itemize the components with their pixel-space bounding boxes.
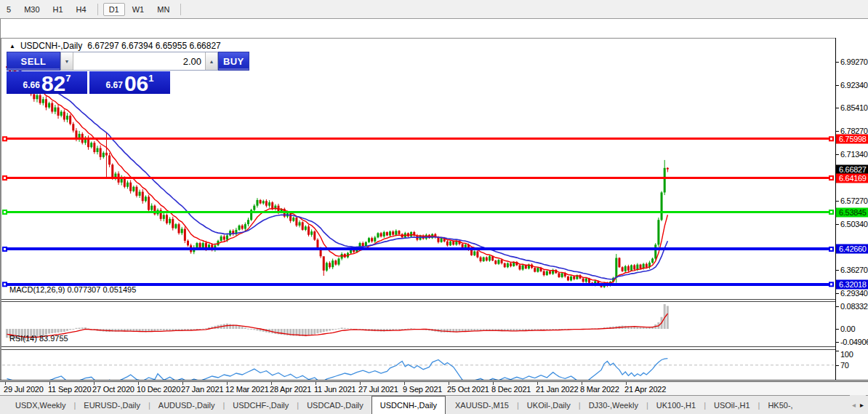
sell-price-sup: 7	[65, 73, 71, 84]
ma-slow-line	[7, 68, 668, 279]
axis-tick	[836, 85, 839, 86]
chart-title: ▲ USDCNH-,Daily 6.67297 6.67394 6.65955 …	[9, 41, 221, 51]
price-badge: 6.64169	[836, 173, 868, 183]
rsi-label: RSI(14) 83.9755	[9, 334, 68, 343]
tab-usoil-h1[interactable]: USOil-,H1	[706, 396, 758, 414]
sell-button[interactable]: SELL	[7, 52, 60, 71]
price-badge: 6.32018	[836, 279, 868, 289]
axis-tick	[836, 62, 839, 63]
tab-usdcad-daily[interactable]: USDCAD-,Daily	[299, 396, 371, 414]
tab-usdchf-daily[interactable]: USDCHF-,Daily	[225, 396, 297, 414]
chart-symbol-period: USDCNH-,Daily	[20, 41, 82, 51]
chart-ohlc-values: 6.67297 6.67394 6.65955 6.66827	[87, 41, 221, 51]
axis-tick	[836, 201, 839, 202]
timeframe-button-w1[interactable]: W1	[126, 3, 150, 16]
date-label: 11 Jun 2021	[314, 385, 356, 394]
date-label: 29 Jul 2020	[4, 385, 44, 394]
axis-label: -0.049068	[840, 338, 868, 346]
price-badge: 6.53845	[836, 207, 868, 217]
date-axis[interactable]: 29 Jul 202011 Sep 202027 Oct 202010 Dec …	[0, 380, 868, 396]
macd-label: MACD(12,26,9) 0.077307 0.051495	[9, 285, 136, 294]
volume-spinner: ▼ ▲	[60, 52, 218, 71]
axis-label: 100	[840, 350, 853, 359]
tab-hk50-[interactable]: HK50-,	[760, 396, 800, 414]
macd-histogram	[6, 304, 669, 340]
buy-price-big: 06	[124, 74, 148, 93]
timeframe-button-mn[interactable]: MN	[151, 3, 175, 16]
axis-tick	[836, 351, 839, 351]
date-label: 27 Oct 2020	[92, 385, 134, 394]
axis-label: 0.083325	[840, 302, 868, 311]
trade-panel: SELL ▼ ▲ BUY 6.66827 6.67061	[7, 52, 170, 94]
buy-price-display[interactable]: 6.67061	[89, 71, 170, 94]
axis-tick	[836, 108, 839, 108]
tab-usdx-weekly[interactable]: USDX,Weekly	[7, 396, 73, 414]
price-badge: 6.66827	[836, 164, 868, 174]
macd-signal-line	[7, 314, 668, 337]
axis-tick	[836, 270, 839, 271]
axis-label: 6.85410	[840, 103, 868, 112]
axis-label: 6.36270	[840, 266, 868, 274]
volume-input[interactable]	[73, 52, 205, 70]
collapse-arrow-icon[interactable]: ▲	[9, 43, 15, 49]
tab-scroll-arrows: ◂▸	[850, 395, 866, 414]
tab-usdcnh-daily[interactable]: USDCNH-,Daily	[371, 396, 446, 414]
tab-xauusd-m15[interactable]: XAUUSD-,M15	[447, 396, 517, 414]
chart-window: ▲ USDCNH-,Daily 6.67297 6.67394 6.65955 …	[0, 19, 868, 395]
tab-ukoil-daily[interactable]: UKOil-,Daily	[519, 396, 579, 414]
toolbar-separator	[180, 4, 181, 15]
tab-eurusd-daily[interactable]: EURUSD-,Daily	[76, 396, 148, 414]
tab-scroll-right-icon[interactable]: ▸	[860, 401, 864, 409]
volume-increase-button[interactable]: ▲	[205, 52, 217, 70]
timeframe-button-d1[interactable]: D1	[103, 3, 125, 16]
volume-decrease-button[interactable]: ▼	[61, 52, 73, 70]
price-badge: 6.75998	[836, 134, 868, 143]
axis-label: 6.29340	[840, 289, 868, 298]
date-label: 9 Sep 2021	[403, 385, 442, 394]
buy-price-sup: 1	[148, 73, 153, 84]
date-label: 12 Mar 2021	[225, 385, 269, 394]
axis-label: 6.99270	[840, 57, 868, 66]
axis-tick	[836, 224, 839, 225]
tab-scroll-left-icon[interactable]: ◂	[852, 401, 856, 409]
timeframe-button-h1[interactable]: H1	[47, 3, 69, 16]
tab-uk100-h1[interactable]: UK100-,H1	[648, 396, 704, 414]
timeframe-button-5[interactable]: 5	[1, 3, 17, 16]
date-label: 25 Oct 2021	[447, 385, 489, 394]
date-label: 8 Dec 2021	[491, 385, 531, 394]
axis-label: 6.50340	[840, 220, 868, 228]
date-label: 10 Dec 2020	[137, 385, 180, 394]
sell-price-display[interactable]: 6.66827	[7, 71, 87, 94]
axis-tick	[836, 365, 839, 366]
date-label: 27 Jul 2021	[358, 385, 398, 394]
tab-audusd-daily[interactable]: AUDUSD-,Daily	[150, 396, 223, 414]
sell-price-prefix: 6.66	[23, 80, 40, 90]
buy-button[interactable]: BUY	[218, 52, 249, 71]
axis-label: 6.92340	[840, 81, 868, 89]
tab-dj30-weekly[interactable]: DJ30-,Weekly	[581, 396, 646, 414]
price-badge: 6.42660	[836, 244, 868, 254]
date-label: 21 Apr 2022	[624, 385, 666, 394]
timeframe-toolbar: 5M30H1H4D1W1MN	[0, 0, 868, 19]
date-label: 8 Mar 2022	[580, 385, 619, 394]
axis-tick	[836, 329, 839, 330]
candles-layer	[6, 65, 669, 288]
price-axis[interactable]: 6.992706.923406.854106.782706.713406.572…	[835, 38, 868, 399]
toolbar-separator	[97, 4, 98, 15]
date-label: 11 Sep 2020	[48, 385, 91, 394]
axis-label: 70	[840, 361, 849, 370]
axis-tick	[836, 306, 839, 307]
axis-label: 6.57270	[840, 196, 868, 205]
buy-price-prefix: 6.67	[106, 80, 123, 90]
date-label: 21 Jan 2022	[536, 385, 578, 394]
axis-tick	[836, 131, 839, 132]
timeframe-button-m30[interactable]: M30	[18, 3, 45, 16]
ma-fast-line	[7, 68, 668, 283]
timeframe-button-h4[interactable]: H4	[71, 3, 92, 16]
axis-label: 0.00	[840, 325, 855, 333]
date-label: 27 Jan 2021	[181, 385, 223, 394]
chart-tab-bar: USDX,Weekly|EURUSD-,Daily|AUDUSD-,Daily|…	[0, 395, 868, 414]
axis-label: 6.71340	[840, 150, 868, 159]
sell-price-big: 82	[41, 74, 65, 93]
axis-tick	[836, 342, 839, 343]
